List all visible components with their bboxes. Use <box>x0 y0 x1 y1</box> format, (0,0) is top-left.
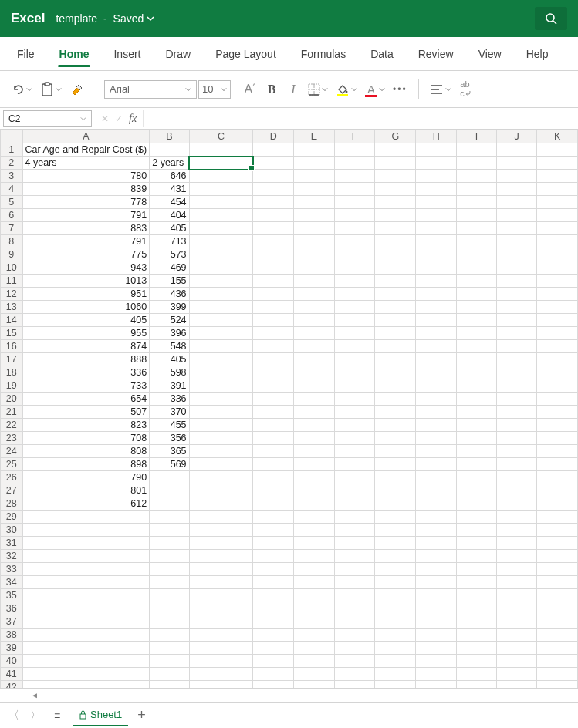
cell[interactable] <box>294 248 335 261</box>
cell[interactable] <box>189 183 253 196</box>
cell[interactable] <box>416 157 457 170</box>
row-header[interactable]: 20 <box>1 393 23 406</box>
cell[interactable]: 808 <box>22 445 150 458</box>
cell[interactable] <box>334 497 375 511</box>
cell[interactable] <box>416 353 457 366</box>
cell[interactable] <box>457 563 497 576</box>
cell[interactable] <box>334 668 375 681</box>
cell[interactable] <box>496 563 536 576</box>
cell[interactable] <box>457 655 497 668</box>
cell[interactable] <box>375 235 416 248</box>
column-header[interactable]: F <box>334 130 375 143</box>
cell[interactable] <box>189 235 253 248</box>
row-header[interactable]: 29 <box>1 511 23 524</box>
row-header[interactable]: 32 <box>1 550 23 563</box>
cell[interactable]: 898 <box>22 458 150 471</box>
row-header[interactable]: 14 <box>1 314 23 327</box>
cell[interactable] <box>375 209 416 222</box>
cell[interactable] <box>22 642 150 655</box>
cell[interactable] <box>375 511 416 524</box>
column-header[interactable]: A <box>22 130 150 143</box>
cell[interactable] <box>294 537 335 550</box>
cell[interactable] <box>496 275 536 288</box>
cell[interactable] <box>334 458 375 471</box>
cell[interactable] <box>496 615 536 629</box>
cell[interactable] <box>416 366 457 379</box>
cell[interactable] <box>457 379 497 393</box>
cell[interactable] <box>334 655 375 668</box>
bold-button[interactable]: B <box>262 79 282 100</box>
cell[interactable] <box>253 563 294 576</box>
cell[interactable] <box>334 314 375 327</box>
cell[interactable] <box>334 366 375 379</box>
cell[interactable] <box>253 209 294 222</box>
cell[interactable] <box>294 497 335 511</box>
cell[interactable] <box>150 655 189 668</box>
spreadsheet-grid[interactable]: ABCDEFGHIJK1Car Age and Repair Cost ($)2… <box>0 130 578 688</box>
cell[interactable] <box>496 235 536 248</box>
cell[interactable] <box>416 248 457 261</box>
cell[interactable] <box>457 353 497 366</box>
cell[interactable] <box>375 157 416 170</box>
cell[interactable] <box>253 314 294 327</box>
cell[interactable] <box>334 471 375 484</box>
cell[interactable] <box>457 419 497 432</box>
tab-home[interactable]: Home <box>49 40 100 67</box>
cell[interactable] <box>294 393 335 406</box>
cell[interactable] <box>189 288 253 301</box>
cell[interactable] <box>150 668 189 681</box>
cell[interactable] <box>253 576 294 589</box>
cell[interactable] <box>537 157 578 170</box>
scroll-left-icon[interactable]: ◄ <box>31 691 39 699</box>
cell[interactable] <box>496 419 536 432</box>
cell[interactable] <box>537 497 578 511</box>
cell[interactable] <box>375 668 416 681</box>
cell[interactable] <box>375 327 416 340</box>
cell[interactable]: 454 <box>150 196 189 209</box>
cell[interactable] <box>496 511 536 524</box>
cell[interactable] <box>189 511 253 524</box>
cell[interactable] <box>457 327 497 340</box>
increase-font-button[interactable]: A^ <box>240 79 260 100</box>
cell[interactable] <box>496 629 536 642</box>
cell[interactable] <box>375 576 416 589</box>
cell[interactable] <box>375 288 416 301</box>
cell[interactable] <box>294 589 335 602</box>
cell[interactable] <box>416 668 457 681</box>
cell[interactable]: 708 <box>22 432 150 445</box>
cell[interactable] <box>416 550 457 563</box>
cell[interactable] <box>496 681 536 689</box>
row-header[interactable]: 31 <box>1 537 23 550</box>
cell[interactable] <box>375 275 416 288</box>
cell[interactable] <box>150 511 189 524</box>
row-header[interactable]: 40 <box>1 655 23 668</box>
cell[interactable] <box>537 143 578 157</box>
cell[interactable] <box>537 366 578 379</box>
cell[interactable]: 943 <box>22 261 150 275</box>
cell[interactable] <box>375 170 416 183</box>
cell[interactable] <box>496 432 536 445</box>
cell[interactable] <box>416 602 457 615</box>
cell[interactable] <box>253 340 294 353</box>
cell[interactable] <box>253 445 294 458</box>
row-header[interactable]: 34 <box>1 576 23 589</box>
cell[interactable] <box>294 576 335 589</box>
cell[interactable]: 391 <box>150 379 189 393</box>
cell[interactable] <box>334 301 375 314</box>
cell[interactable]: 778 <box>22 196 150 209</box>
cell[interactable] <box>416 288 457 301</box>
cell[interactable] <box>22 589 150 602</box>
cell[interactable] <box>253 353 294 366</box>
cell[interactable] <box>496 471 536 484</box>
row-header[interactable]: 17 <box>1 353 23 366</box>
cell[interactable] <box>496 327 536 340</box>
cell[interactable] <box>294 353 335 366</box>
cell[interactable] <box>457 183 497 196</box>
cell[interactable] <box>253 288 294 301</box>
cell[interactable]: 888 <box>22 353 150 366</box>
row-header[interactable]: 6 <box>1 209 23 222</box>
cell[interactable] <box>416 576 457 589</box>
row-header[interactable]: 12 <box>1 288 23 301</box>
cell[interactable] <box>537 471 578 484</box>
cell[interactable] <box>253 235 294 248</box>
